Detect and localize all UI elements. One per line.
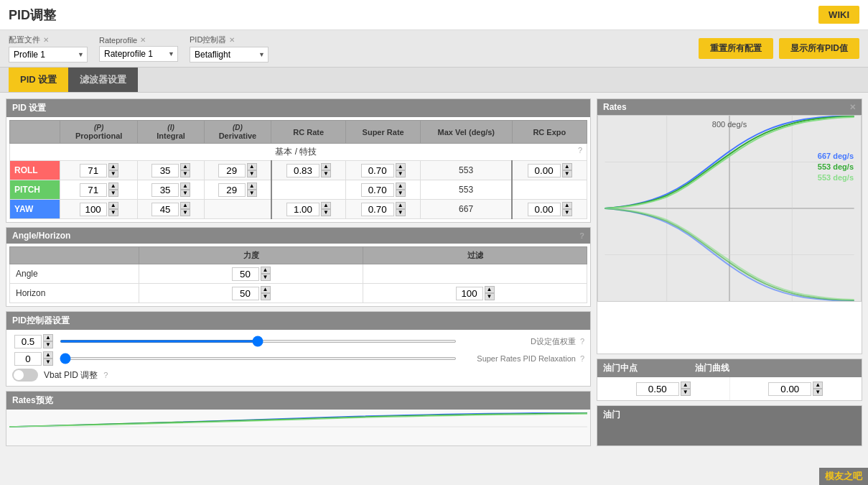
pitch-i-up[interactable]: ▲ xyxy=(180,183,190,190)
angle-horizon-title: Angle/Horizon xyxy=(12,231,70,241)
yaw-p-input[interactable] xyxy=(80,203,107,216)
throttle-curve-up[interactable]: ▲ xyxy=(813,382,823,389)
d-weight-input[interactable] xyxy=(14,335,42,348)
pitch-p-down[interactable]: ▼ xyxy=(108,190,118,197)
throttle-curve-down[interactable]: ▼ xyxy=(813,389,823,396)
throttle-header: 油门中点 油门曲线 xyxy=(597,359,862,377)
pitch-i-input[interactable] xyxy=(151,183,179,197)
yaw-rcexpo-input[interactable] xyxy=(528,203,561,216)
pid-controller-close[interactable]: ✕ xyxy=(229,36,235,44)
yaw-rcexpo-down[interactable]: ▼ xyxy=(562,209,572,216)
pitch-superrate-up[interactable]: ▲ xyxy=(396,183,406,190)
d-weight-slider[interactable] xyxy=(60,340,457,343)
yaw-superrate-down[interactable]: ▼ xyxy=(396,209,406,216)
roll-rcrate-down[interactable]: ▼ xyxy=(321,170,331,177)
pitch-p-input[interactable] xyxy=(80,183,107,197)
pid-controller-header: PID控制器设置 xyxy=(6,312,590,330)
d-weight-up[interactable]: ▲ xyxy=(43,334,53,341)
roll-rcrate-input[interactable] xyxy=(286,164,319,177)
horizon-filter-input[interactable] xyxy=(456,287,483,300)
left-panel: PID 设置 (P)Proportional (I)Integral (D)De… xyxy=(6,98,591,446)
rates-chart-close[interactable]: ✕ xyxy=(849,103,856,112)
roll-d-input[interactable] xyxy=(218,164,246,177)
tab-pid-settings[interactable]: PID 设置 xyxy=(9,68,68,92)
angle-force-down[interactable]: ▼ xyxy=(261,274,271,281)
d-weight-info-icon[interactable]: ? xyxy=(580,337,584,346)
vbat-toggle[interactable] xyxy=(12,369,38,382)
yaw-superrate-up[interactable]: ▲ xyxy=(396,202,406,209)
horizon-filter-down[interactable]: ▼ xyxy=(485,293,495,300)
roll-p-down[interactable]: ▼ xyxy=(108,170,118,177)
pitch-p-up[interactable]: ▲ xyxy=(108,183,118,190)
throttle-curve-col: ▲ ▼ xyxy=(730,377,862,400)
roll-d-down[interactable]: ▼ xyxy=(247,170,257,177)
roll-superrate-up[interactable]: ▲ xyxy=(396,163,406,170)
pitch-superrate-input[interactable] xyxy=(361,183,394,197)
horizon-force-up[interactable]: ▲ xyxy=(261,286,271,293)
super-rates-up[interactable]: ▲ xyxy=(43,351,53,359)
throttle-midpoint-up[interactable]: ▲ xyxy=(681,382,691,389)
roll-rcexpo-down[interactable]: ▼ xyxy=(562,170,572,177)
yaw-i-input[interactable] xyxy=(151,203,179,216)
pid-controller-select[interactable]: Betaflight xyxy=(190,47,269,63)
yaw-rcrate-down[interactable]: ▼ xyxy=(321,209,331,216)
oil-section-body xyxy=(597,424,862,445)
d-weight-down[interactable]: ▼ xyxy=(43,341,53,348)
roll-p-up[interactable]: ▲ xyxy=(108,163,118,170)
basic-info-icon[interactable]: ? xyxy=(578,146,582,154)
super-rates-input[interactable] xyxy=(14,352,42,366)
roll-i-input[interactable] xyxy=(151,164,179,177)
yaw-p-down[interactable]: ▼ xyxy=(108,209,118,216)
throttle-midpoint-input[interactable] xyxy=(636,382,679,396)
throttle-midpoint-col: ▲ ▼ xyxy=(597,377,730,400)
angle-force-up[interactable]: ▲ xyxy=(261,267,271,274)
roll-superrate-input[interactable] xyxy=(361,164,394,177)
yaw-superrate-input[interactable] xyxy=(361,203,394,216)
roll-rcexpo-up[interactable]: ▲ xyxy=(562,163,572,170)
roll-rcexpo-input[interactable] xyxy=(528,164,561,177)
roll-i-down[interactable]: ▼ xyxy=(180,170,190,177)
super-rates-info-icon[interactable]: ? xyxy=(580,354,584,363)
horizon-force-cell: ▲ ▼ xyxy=(139,284,363,303)
horizon-force-down[interactable]: ▼ xyxy=(261,293,271,300)
pitch-d-up[interactable]: ▲ xyxy=(247,183,257,190)
pitch-superrate-down[interactable]: ▼ xyxy=(396,190,406,197)
pitch-i-down[interactable]: ▼ xyxy=(180,190,190,197)
angle-force-input[interactable] xyxy=(232,267,259,281)
rateprofile-close[interactable]: ✕ xyxy=(140,36,146,44)
super-rates-slider[interactable] xyxy=(60,357,457,360)
horizon-force-input[interactable] xyxy=(232,287,259,300)
rates-chart-title: Rates xyxy=(603,102,627,112)
super-rates-down[interactable]: ▼ xyxy=(43,359,53,366)
horizon-filter-up[interactable]: ▲ xyxy=(485,286,495,293)
pitch-d-down[interactable]: ▼ xyxy=(247,190,257,197)
throttle-curve-input[interactable] xyxy=(768,382,811,396)
wiki-button[interactable]: WIKI xyxy=(818,6,859,24)
reset-all-button[interactable]: 重置所有配置 xyxy=(699,38,773,59)
pitch-rcrate-cell xyxy=(271,180,346,200)
yaw-rcrate-input[interactable] xyxy=(286,203,319,216)
angle-horizon-info-icon[interactable]: ? xyxy=(579,231,584,240)
roll-d-up[interactable]: ▲ xyxy=(247,163,257,170)
pitch-d-cell: ▲ ▼ xyxy=(204,180,271,200)
tab-filter-settings[interactable]: 滤波器设置 xyxy=(68,68,138,92)
roll-i-up[interactable]: ▲ xyxy=(180,163,190,170)
yaw-p-up[interactable]: ▲ xyxy=(108,202,118,209)
yaw-rcrate-up[interactable]: ▲ xyxy=(321,202,331,209)
config-file-select[interactable]: Profile 1 xyxy=(9,47,88,63)
yaw-i-cell: ▲ ▼ xyxy=(138,200,205,219)
yaw-i-down[interactable]: ▼ xyxy=(180,209,190,216)
yaw-rcexpo-up[interactable]: ▲ xyxy=(562,202,572,209)
pitch-d-input[interactable] xyxy=(218,183,246,197)
rates-preview-body xyxy=(6,410,590,445)
roll-superrate-down[interactable]: ▼ xyxy=(396,170,406,177)
yaw-i-up[interactable]: ▲ xyxy=(180,202,190,209)
rateprofile-select[interactable]: Rateprofile 1 xyxy=(99,46,178,62)
roll-rcrate-up[interactable]: ▲ xyxy=(321,163,331,170)
roll-p-input[interactable] xyxy=(80,164,107,177)
config-file-close[interactable]: ✕ xyxy=(43,36,49,44)
throttle-midpoint-down[interactable]: ▼ xyxy=(681,389,691,396)
show-pid-button[interactable]: 显示所有PID值 xyxy=(779,38,859,59)
angle-horizon-table: 力度 过滤 Angle ▲ xyxy=(9,246,587,303)
vbat-info-icon[interactable]: ? xyxy=(103,371,108,379)
